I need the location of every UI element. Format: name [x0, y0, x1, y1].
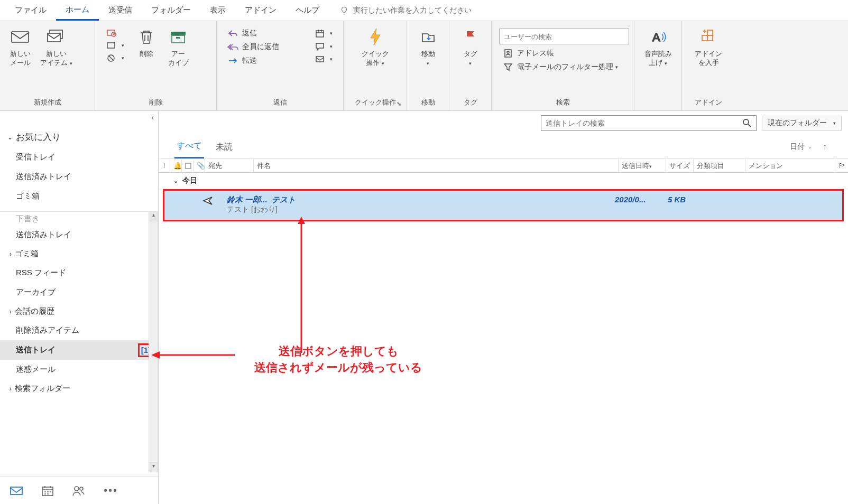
trash-icon [139, 29, 154, 45]
filter-email-button[interactable]: 電子メールのフィルター処理 ▾ [499, 60, 629, 74]
svg-point-21 [80, 487, 83, 490]
mail-preview: テスト [おわり] [227, 205, 615, 214]
nav-search-folders[interactable]: ›検索フォルダー [0, 379, 158, 398]
tab-addin[interactable]: アドイン [235, 1, 286, 20]
group-move-label: 移動 [411, 96, 445, 108]
svg-rect-7 [171, 32, 186, 35]
address-book-button[interactable]: アドレス帳 [499, 46, 629, 60]
col-categories[interactable]: 分類項目 [694, 159, 745, 173]
tab-send-receive[interactable]: 送受信 [99, 1, 142, 20]
read-aloud-icon: A [650, 30, 666, 44]
more-nav-icon[interactable]: ••• [104, 484, 118, 497]
filter-tab-unread[interactable]: 未読 [214, 136, 235, 158]
get-addins-button[interactable]: アドイン を入手 [690, 24, 726, 70]
collapse-pane-button[interactable]: ‹ [0, 111, 158, 124]
col-icon[interactable] [182, 161, 193, 171]
group-new-label: 新規作成 [4, 96, 90, 108]
col-to[interactable]: 宛先 [205, 159, 254, 173]
group-tags-label: タグ [454, 96, 487, 108]
tags-button[interactable]: タグ▾ [455, 24, 486, 70]
nav-archive[interactable]: アーカイブ [0, 283, 158, 302]
col-mention[interactable]: メンション [745, 159, 835, 173]
svg-point-13 [507, 51, 509, 53]
nav-trash2[interactable]: ›ゴミ箱 [0, 245, 158, 263]
group-delete-label: 削除 [99, 96, 212, 108]
reply-button[interactable]: 返信 [224, 26, 305, 40]
col-attachment[interactable]: 📎 [193, 160, 205, 172]
col-reminder[interactable]: 🔔 [170, 160, 182, 172]
svg-rect-5 [107, 43, 115, 48]
mail-row[interactable]: 鈴木 一郎... テスト テスト [おわり] 2020/0... 5 KB [163, 189, 844, 221]
send-icon [202, 196, 213, 206]
nav-drafts-cut[interactable]: 下書き [0, 214, 158, 225]
nav-inbox[interactable]: 受信トレイ [0, 147, 158, 167]
lightbulb-icon [339, 6, 349, 15]
quick-steps-button[interactable]: クイック 操作 ▾ [357, 24, 393, 70]
move-button[interactable]: 移動▾ [412, 24, 444, 70]
more-reply-button[interactable]: ▾ [311, 53, 336, 66]
group-today[interactable]: ⌄今日 [159, 173, 848, 189]
nav-rss[interactable]: RSS フィード [0, 263, 158, 283]
col-importance[interactable]: ! [159, 160, 170, 172]
search-scope-dropdown[interactable]: 現在のフォルダー▾ [762, 116, 842, 130]
junk-button[interactable]: ▾ [103, 52, 127, 64]
nav-conversation[interactable]: ›会話の履歴 [0, 302, 158, 321]
nav-deleted[interactable]: 削除済みアイテム [0, 321, 158, 340]
new-items-icon [47, 29, 66, 45]
col-sent-date[interactable]: 送信日時▾ [619, 159, 666, 173]
delete-button[interactable]: 削除 [131, 24, 162, 61]
archive-icon [170, 30, 187, 44]
reply-all-icon [227, 43, 239, 51]
tab-view[interactable]: 表示 [200, 1, 235, 20]
chat-icon [315, 42, 325, 51]
ignore-button[interactable] [103, 26, 127, 39]
nav-sent[interactable]: 送信済みトレイ [0, 167, 158, 186]
meeting-button[interactable]: ▾ [311, 26, 336, 40]
tab-home[interactable]: ホーム [56, 1, 99, 21]
tell-me-search[interactable]: 実行したい作業を入力してください [339, 6, 472, 15]
folder-search-input[interactable] [541, 115, 757, 131]
scroll-up-icon[interactable]: ▴ [149, 212, 158, 221]
mail-icon[interactable] [10, 486, 23, 496]
nav-trash[interactable]: ゴミ箱 [0, 186, 158, 206]
tab-file[interactable]: ファイル [5, 1, 56, 20]
mail-list-pane: 現在のフォルダー▾ すべて 未読 日付⌄↑ ! 🔔 📎 宛先 件名 送信日時▾ … [159, 111, 848, 504]
svg-rect-0 [12, 32, 29, 42]
flag-icon [465, 30, 476, 44]
menu-tabs: ファイル ホーム 送受信 フォルダー 表示 アドイン ヘルプ 実行したい作業を入… [0, 0, 848, 21]
scroll-down-icon[interactable]: ▾ [149, 462, 158, 472]
new-items-button[interactable]: 新しい アイテム ▾ [36, 24, 77, 70]
launcher-icon[interactable]: ⬊ [397, 100, 401, 107]
people-search-input[interactable] [499, 29, 629, 44]
svg-rect-16 [707, 35, 713, 41]
nav-scrollbar[interactable]: ▴ ▾ [149, 211, 158, 472]
archive-button[interactable]: アー カイブ [162, 24, 194, 70]
col-size[interactable]: サイズ [666, 159, 694, 173]
people-icon[interactable] [72, 485, 86, 497]
svg-rect-2 [48, 33, 60, 42]
tab-folder[interactable]: フォルダー [142, 1, 200, 20]
cleanup-button[interactable]: ▾ [103, 39, 127, 52]
favorites-header[interactable]: ⌄お気に入り [0, 127, 158, 147]
nav-outbox[interactable]: 送信トレイ [1] [0, 340, 158, 360]
calendar-icon[interactable] [41, 485, 54, 497]
reply-all-button[interactable]: 全員に返信 [224, 40, 305, 54]
svg-rect-11 [316, 57, 324, 62]
svg-rect-23 [186, 163, 191, 169]
calendar-icon [315, 29, 325, 38]
tab-help[interactable]: ヘルプ [286, 1, 329, 20]
annotation-arrow-vertical [296, 217, 307, 354]
more-icon [315, 55, 325, 63]
im-button[interactable]: ▾ [311, 40, 336, 53]
col-subject[interactable]: 件名 [254, 159, 619, 173]
forward-button[interactable]: 転送 [224, 54, 305, 68]
col-flag[interactable]: 🏳 [835, 160, 848, 172]
sort-dropdown[interactable]: 日付⌄↑ [790, 142, 832, 152]
column-headers: ! 🔔 📎 宛先 件名 送信日時▾ サイズ 分類項目 メンション 🏳 [159, 159, 848, 173]
new-mail-button[interactable]: 新しい メール [4, 24, 36, 70]
read-aloud-button[interactable]: A 音声読み 上げ ▾ [640, 24, 676, 70]
addins-icon [700, 29, 717, 45]
nav-junk[interactable]: 迷惑メール [0, 360, 158, 379]
filter-tab-all[interactable]: すべて [174, 135, 204, 158]
nav-sent2[interactable]: 送信済みトレイ [0, 225, 158, 245]
